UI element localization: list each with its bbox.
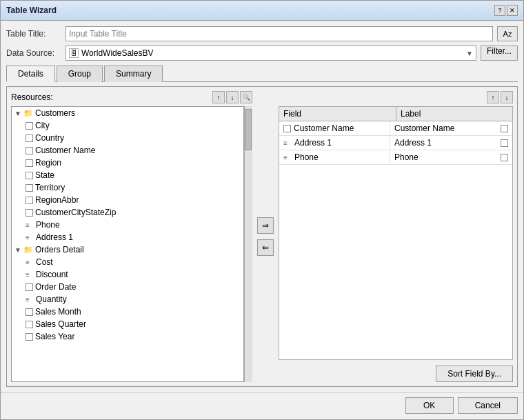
field-row-1: ≡ Address 1 [279, 136, 512, 150]
tab-summary[interactable]: Summary [104, 66, 163, 82]
dialog-buttons: OK Cancel [1, 392, 523, 419]
field-col-header-label: Label [396, 107, 512, 121]
field-label-input-1[interactable] [394, 138, 498, 148]
lines-icon-quantity: ≡ [26, 296, 34, 303]
sort-field-by-button[interactable]: Sort Field By... [436, 366, 513, 382]
ok-button[interactable]: OK [405, 397, 454, 414]
field-cell-field-0: Customer Name [279, 121, 390, 135]
field-label-checkbox-1[interactable] [501, 139, 508, 147]
field-name-0: Customer Name [294, 123, 354, 133]
table-title-input[interactable] [66, 26, 493, 41]
tree-item-discount[interactable]: ≡ Discount [12, 268, 243, 281]
checkbox-sales-year[interactable] [26, 333, 33, 341]
table-wizard-dialog: Table Wizard ? ✕ Table Title: Az Data So… [0, 0, 524, 420]
tree-item-cost[interactable]: ≡ Cost [12, 256, 243, 268]
tree-label-territory: Territory [35, 183, 65, 192]
field-cell-field-1: ≡ Address 1 [279, 136, 390, 150]
middle-panel: ⇒ ⇐ [255, 91, 276, 382]
checkbox-state[interactable] [26, 172, 33, 179]
field-name-2: Phone [294, 152, 319, 162]
field-table-header: Field Label [279, 107, 512, 121]
filter-button[interactable]: Filter... [481, 46, 518, 61]
tree-scrollbar-thumb[interactable] [245, 109, 252, 150]
content-area: Resources: ↑ ↓ 🔍 ▼ 📁 Customers [6, 86, 518, 387]
field-row-0: Customer Name [279, 121, 512, 136]
field-label-checkbox-0[interactable] [501, 125, 508, 132]
field-cell-label-0 [390, 121, 512, 135]
tree-item-region-abbr[interactable]: RegionAbbr [12, 194, 243, 206]
tree-item-customer-name[interactable]: Customer Name [12, 144, 243, 157]
field-label-input-2[interactable] [394, 152, 498, 162]
field-label-checkbox-2[interactable] [501, 154, 508, 161]
field-col-header-field: Field [279, 107, 396, 121]
resources-label: Resources: [11, 92, 53, 102]
sort-down-icon[interactable]: ↓ [226, 91, 239, 103]
field-cell-field-2: ≡ Phone [279, 150, 390, 164]
tree-label-discount: Discount [36, 270, 68, 279]
move-up-icon[interactable]: ↑ [487, 91, 499, 103]
move-down-icon[interactable]: ↓ [501, 91, 513, 103]
help-button[interactable]: ? [494, 5, 505, 16]
field-name-1: Address 1 [294, 138, 332, 148]
checkbox-country[interactable] [26, 134, 33, 142]
checkbox-customer-name[interactable] [26, 147, 33, 154]
tree-label-address1: Address 1 [36, 232, 73, 242]
tree-item-city[interactable]: City [12, 119, 243, 132]
tree-item-state[interactable]: State [12, 169, 243, 181]
tree-item-orders-detail[interactable]: ▼ 📁 Orders Detail [12, 243, 243, 256]
cancel-button[interactable]: Cancel [458, 397, 518, 414]
tree-label-city: City [35, 121, 50, 130]
data-source-select[interactable]: 🗄 WorldWideSalesBV ▼ [66, 46, 476, 61]
checkbox-sales-month[interactable] [26, 308, 33, 316]
tree-item-region[interactable]: Region [12, 157, 243, 169]
tree-item-city-state-zip[interactable]: CustomerCityStateZip [12, 206, 243, 219]
tree-item-sales-month[interactable]: Sales Month [12, 306, 243, 318]
tree-label-country: Country [35, 133, 64, 143]
tree-item-sales-quarter[interactable]: Sales Quarter [12, 318, 243, 330]
tree-scrollbar[interactable] [244, 106, 252, 382]
tree-item-order-date[interactable]: Order Date [12, 281, 243, 293]
az-button[interactable]: Az [497, 26, 518, 41]
tree-label-region: Region [35, 158, 61, 168]
tree-item-sales-year[interactable]: Sales Year [12, 330, 243, 343]
tree-item-quantity[interactable]: ≡ Quantity [12, 293, 243, 306]
tree-item-address1[interactable]: ≡ Address 1 [12, 231, 243, 243]
source-db-icon: 🗄 [69, 48, 79, 58]
tab-group[interactable]: Group [57, 66, 103, 82]
checkbox-region[interactable] [26, 159, 33, 167]
bottom-actions: Sort Field By... [279, 363, 513, 382]
tree-item-phone[interactable]: ≡ Phone [12, 219, 243, 231]
lines-icon-row2: ≡ [283, 154, 292, 161]
dialog-body: Table Title: Az Data Source: 🗄 WorldWide… [1, 21, 523, 392]
resource-tree: ▼ 📁 Customers City Country [11, 106, 244, 382]
checkbox-city-state-zip[interactable] [26, 209, 33, 217]
add-field-button[interactable]: ⇒ [257, 217, 274, 234]
tab-details[interactable]: Details [6, 66, 55, 82]
folder-icon: 📁 [23, 109, 33, 118]
right-header: ↑ ↓ [279, 91, 513, 103]
checkbox-order-date[interactable] [26, 283, 33, 291]
search-icon[interactable]: 🔍 [240, 91, 252, 103]
field-checkbox-0[interactable] [283, 125, 291, 132]
title-bar-controls: ? ✕ [494, 5, 518, 16]
tree-label-state: State [35, 170, 54, 180]
checkbox-city[interactable] [26, 122, 33, 130]
title-bar: Table Wizard ? ✕ [1, 1, 523, 21]
tree-label-orders-detail: Orders Detail [35, 245, 84, 254]
lines-icon-cost: ≡ [26, 259, 34, 266]
checkbox-territory[interactable] [26, 184, 33, 192]
tree-item-territory[interactable]: Territory [12, 181, 243, 194]
data-source-label: Data Source: [6, 48, 61, 58]
field-cell-label-2 [390, 150, 512, 164]
tree-label-customer-name: Customer Name [35, 146, 95, 155]
lines-icon-address1: ≡ [26, 234, 34, 241]
tree-item-country[interactable]: Country [12, 132, 243, 144]
checkbox-region-abbr[interactable] [26, 197, 33, 204]
close-button[interactable]: ✕ [507, 5, 518, 16]
checkbox-sales-quarter[interactable] [26, 321, 33, 328]
sort-up-icon[interactable]: ↑ [212, 91, 225, 103]
remove-field-button[interactable]: ⇐ [257, 239, 274, 256]
tree-item-customers[interactable]: ▼ 📁 Customers [12, 107, 243, 119]
tree-label-sales-month: Sales Month [35, 307, 81, 317]
field-label-input-0[interactable] [394, 123, 498, 133]
